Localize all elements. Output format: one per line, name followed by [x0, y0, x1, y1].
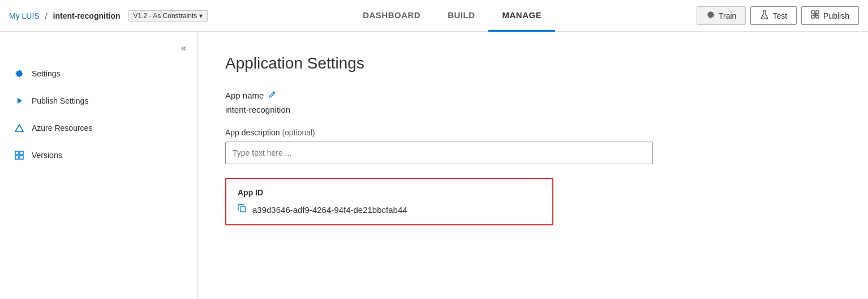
app-description-input[interactable] — [225, 142, 653, 164]
publish-label: Publish — [823, 11, 849, 20]
breadcrumb-separator: / — [45, 11, 48, 20]
gear-spin-icon — [706, 10, 715, 21]
app-name-label-row: App name — [225, 91, 841, 100]
svg-rect-7 — [20, 151, 23, 155]
chevron-down-icon: ▾ — [199, 12, 203, 20]
copy-icon[interactable] — [238, 204, 247, 215]
svg-point-0 — [763, 16, 764, 17]
nav-tabs: DASHBOARD BUILD MANAGE — [349, 0, 555, 32]
train-button[interactable]: Train — [697, 6, 746, 25]
svg-rect-4 — [811, 15, 814, 18]
svg-rect-3 — [816, 11, 819, 14]
sidebar-collapse-area: « — [0, 32, 197, 60]
publish-button[interactable]: Publish — [801, 6, 859, 25]
collapse-button[interactable]: « — [179, 41, 188, 55]
top-navigation: My LUIS / intent-recognition V1.2 - As C… — [0, 0, 868, 32]
sidebar: « Settings Publish Settin — [0, 32, 198, 299]
svg-rect-2 — [811, 11, 814, 14]
svg-point-1 — [765, 17, 766, 18]
sidebar-item-publish-settings-label: Publish Settings — [32, 96, 88, 105]
version-label: V1.2 - As Constraints — [134, 12, 197, 20]
sidebar-item-publish-settings[interactable]: Publish Settings — [0, 87, 197, 114]
optional-label: (optional) — [282, 128, 315, 137]
versions-icon — [14, 150, 25, 161]
sidebar-item-versions[interactable]: Versions — [0, 142, 197, 169]
sidebar-item-azure-resources-label: Azure Resources — [32, 123, 92, 133]
tab-build[interactable]: BUILD — [434, 0, 488, 32]
svg-rect-8 — [15, 156, 19, 159]
page-title: Application Settings — [225, 54, 841, 72]
svg-rect-5 — [816, 15, 819, 18]
app-name-field-group: App name intent-recognition — [225, 91, 841, 114]
sidebar-item-versions-label: Versions — [32, 151, 62, 160]
tab-dashboard[interactable]: DASHBOARD — [349, 0, 434, 32]
app-name-label: App name — [225, 91, 264, 100]
train-label: Train — [719, 11, 736, 20]
sidebar-item-settings[interactable]: Settings — [0, 60, 197, 87]
my-luis-link[interactable]: My LUIS — [9, 11, 40, 20]
app-id-box: App ID a39d3646-adf9-4264-94f4-de21bbcfa… — [225, 178, 553, 225]
play-icon — [14, 95, 25, 106]
app-description-label: App description (optional) — [225, 128, 841, 137]
main-content: Application Settings App name intent-rec… — [198, 32, 868, 299]
collapse-icon: « — [181, 43, 186, 53]
test-label: Test — [772, 11, 787, 20]
publish-icon — [811, 10, 820, 21]
version-badge[interactable]: V1.2 - As Constraints ▾ — [128, 10, 208, 22]
svg-rect-10 — [240, 207, 246, 212]
sidebar-item-azure-resources[interactable]: Azure Resources — [0, 114, 197, 142]
brand-area: My LUIS / intent-recognition V1.2 - As C… — [9, 10, 208, 22]
edit-icon[interactable] — [268, 91, 276, 100]
app-description-field-group: App description (optional) — [225, 128, 841, 164]
svg-rect-6 — [15, 151, 19, 155]
app-name-breadcrumb: intent-recognition — [53, 11, 121, 20]
flask-icon — [760, 10, 769, 21]
tab-manage[interactable]: MANAGE — [488, 0, 555, 32]
svg-rect-9 — [20, 156, 23, 159]
action-buttons: Train Test — [697, 6, 859, 25]
gear-icon — [14, 68, 25, 79]
app-id-label: App ID — [238, 188, 541, 197]
page-layout: « Settings Publish Settin — [0, 32, 868, 299]
triangle-icon — [14, 122, 25, 134]
app-id-value-row: a39d3646-adf9-4264-94f4-de21bbcfab44 — [238, 204, 541, 215]
sidebar-navigation: Settings Publish Settings Azure Resource… — [0, 60, 197, 169]
test-button[interactable]: Test — [750, 6, 797, 25]
app-id-value: a39d3646-adf9-4264-94f4-de21bbcfab44 — [252, 205, 407, 215]
sidebar-item-settings-label: Settings — [32, 69, 61, 78]
app-name-value: intent-recognition — [225, 105, 841, 114]
